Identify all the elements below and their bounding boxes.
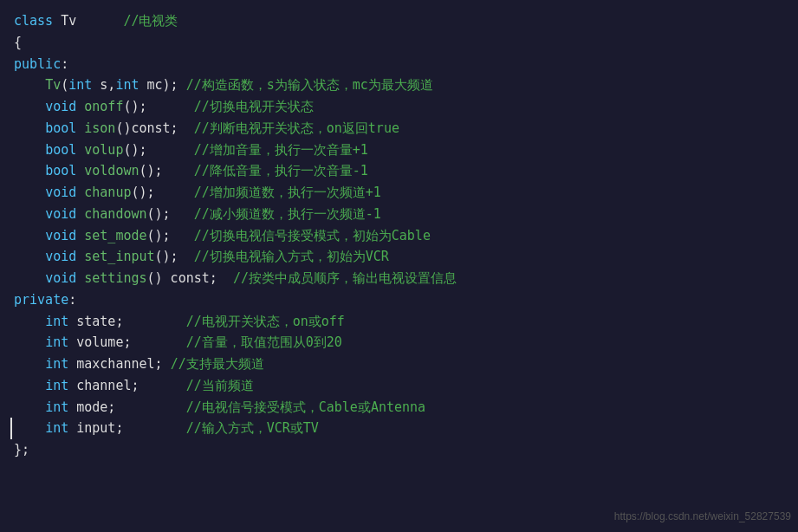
code-line: int volume; //音量，取值范围从0到20 — [14, 332, 784, 354]
code-block: class Tv //电视类{public: Tv(int s,int mc);… — [14, 10, 784, 461]
code-line: public: — [14, 54, 784, 75]
code-line: void settings() const; //按类中成员顺序，输出电视设置信… — [14, 268, 784, 289]
code-line: void chanup(); //增加频道数，执行一次频道+1 — [14, 182, 784, 204]
code-line: bool volup(); //增加音量，执行一次音量+1 — [14, 139, 784, 161]
code-line: int channel; //当前频道 — [14, 375, 784, 397]
code-line: int mode; //电视信号接受模式，Cable或Antenna — [14, 397, 784, 418]
code-line: Tv(int s,int mc); //构造函数，s为输入状态，mc为最大频道 — [14, 75, 784, 96]
code-line: private: — [14, 289, 784, 311]
code-line: bool ison()const; //判断电视开关状态，on返回true — [14, 118, 784, 139]
code-container: class Tv //电视类{public: Tv(int s,int mc);… — [0, 0, 798, 532]
code-line: void onoff(); //切换电视开关状态 — [14, 96, 784, 118]
code-line: }; — [14, 439, 784, 461]
code-line: int state; //电视开关状态，on或off — [14, 311, 784, 333]
code-line: int input; //输入方式，VCR或TV — [10, 418, 784, 439]
code-line: { — [14, 32, 784, 54]
code-line: bool voldown(); //降低音量，执行一次音量-1 — [14, 160, 784, 182]
code-line: void set_input(); //切换电视输入方式，初始为VCR — [14, 246, 784, 268]
code-line: int maxchannel; //支持最大频道 — [14, 354, 784, 375]
code-line: void set_mode(); //切换电视信号接受模式，初始为Cable — [14, 225, 784, 247]
watermark: https://blog.csdn.net/weixin_52827539 — [614, 509, 791, 525]
code-line: void chandown(); //减小频道数，执行一次频道-1 — [14, 204, 784, 225]
code-line: class Tv //电视类 — [14, 10, 784, 32]
